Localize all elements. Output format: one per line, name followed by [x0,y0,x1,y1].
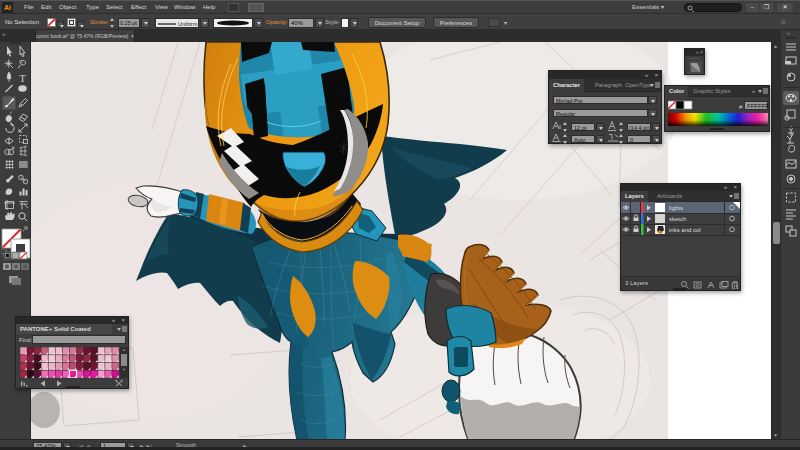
svg-text:inks and col: inks and col [669,227,701,233]
svg-text:sketch: sketch [669,216,686,222]
svg-text:T: T [20,73,26,84]
svg-text:#: # [739,104,743,110]
svg-text:lights: lights [669,205,683,211]
svg-text:«: « [787,30,790,36]
svg-text:Uniform: Uniform [178,21,198,27]
